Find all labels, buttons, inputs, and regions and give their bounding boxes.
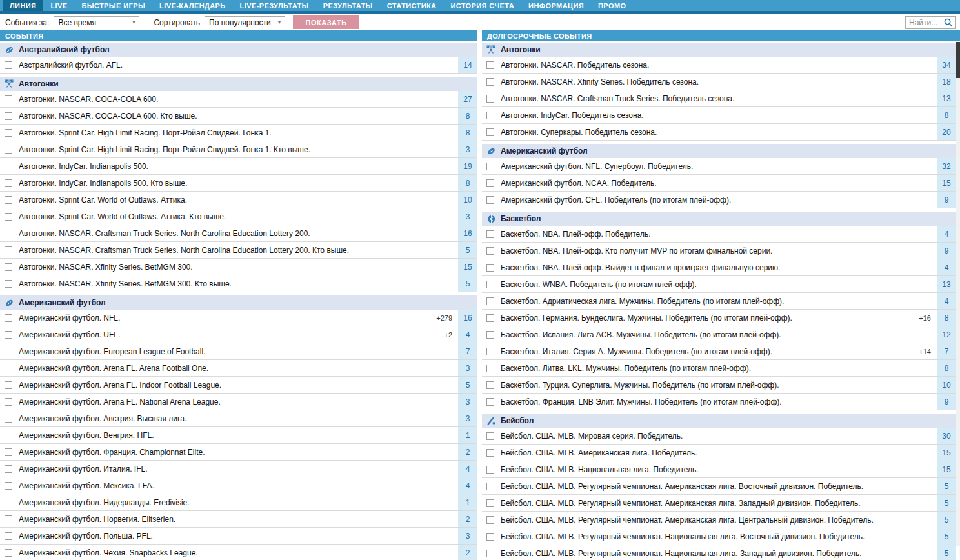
event-row[interactable]: Автогонки. NASCAR. Craftsman Truck Serie… (482, 90, 956, 107)
event-checkbox[interactable] (5, 263, 12, 271)
event-row[interactable]: Бейсбол. США. MLB. Регулярный чемпионат.… (482, 495, 956, 512)
event-row[interactable]: Американский футбол. Чехия. Snapbacks Le… (0, 545, 477, 560)
event-checkbox[interactable] (486, 95, 494, 103)
event-row[interactable]: Автогонки. IndyCar. Indianapolis 500. 19 (0, 158, 477, 175)
section-header-autoracing-long[interactable]: Автогонки (482, 43, 956, 57)
scrollbar-thumb[interactable] (956, 42, 960, 78)
event-checkbox[interactable] (486, 533, 494, 541)
event-checkbox[interactable] (5, 314, 12, 322)
event-row[interactable]: Американский футбол. NFL. +279 16 (0, 310, 477, 326)
event-row[interactable]: Бейсбол. США. MLB. Американская лига. По… (482, 445, 956, 461)
nav-tab-live-results[interactable]: LIVE-РЕЗУЛЬТАТЫ (233, 0, 316, 11)
event-row[interactable]: Баскетбол. Адриатическая лига. Мужчины. … (482, 293, 956, 310)
section-header-autoracing[interactable]: Автогонки (0, 77, 477, 91)
event-row[interactable]: Американский футбол. Польша. PFL. 3 (0, 528, 477, 545)
event-row[interactable]: Автогонки. NASCAR. Xfinity Series. BetMG… (0, 259, 477, 275)
event-row[interactable]: Американский футбол. Франция. Championna… (0, 444, 477, 461)
event-checkbox[interactable] (5, 146, 12, 154)
nav-tab-line[interactable]: ЛИНИЯ (3, 0, 43, 11)
event-row[interactable]: Американский футбол. NFL. Супербоул. Поб… (482, 158, 956, 175)
event-checkbox[interactable] (486, 432, 494, 440)
event-checkbox[interactable] (486, 297, 494, 305)
event-checkbox[interactable] (486, 264, 494, 272)
event-row[interactable]: Автогонки. Sprint Car. World of Outlaws.… (0, 208, 477, 225)
event-checkbox[interactable] (486, 230, 494, 238)
event-row[interactable]: Автогонки. NASCAR. Craftsman Truck Serie… (0, 242, 477, 259)
section-header-baseball-long[interactable]: Бейсбол (482, 414, 956, 428)
event-checkbox[interactable] (486, 163, 494, 170)
nav-tab-account-history[interactable]: ИСТОРИЯ СЧЕТА (443, 0, 521, 11)
event-checkbox[interactable] (486, 112, 494, 119)
event-checkbox[interactable] (5, 448, 12, 456)
show-button[interactable]: ПОКАЗАТЬ (293, 15, 359, 29)
nav-tab-fast-games[interactable]: БЫСТРЫЕ ИГРЫ (74, 0, 152, 11)
section-header-american-football[interactable]: Американский футбол (0, 295, 477, 310)
event-checkbox[interactable] (486, 331, 494, 339)
section-header-basketball-long[interactable]: Баскетбол (482, 212, 956, 226)
event-checkbox[interactable] (5, 348, 12, 355)
period-select[interactable]: Все время ▾ (54, 16, 139, 28)
event-row[interactable]: Американский футбол. Норвегия. Elitserie… (0, 511, 477, 528)
event-row[interactable]: Баскетбол. Испания. Лига ACB. Мужчины. П… (482, 326, 956, 343)
nav-tab-results[interactable]: РЕЗУЛЬТАТЫ (316, 0, 380, 11)
event-checkbox[interactable] (486, 365, 494, 372)
scrollbar[interactable] (956, 41, 960, 546)
event-row[interactable]: Американский футбол. Нидерланды. Eredivi… (0, 494, 477, 511)
event-checkbox[interactable] (5, 398, 12, 406)
nav-tab-live-calendar[interactable]: LIVE-КАЛЕНДАРЬ (152, 0, 233, 11)
nav-tab-statistics[interactable]: СТАТИСТИКА (380, 0, 444, 11)
event-checkbox[interactable] (486, 281, 494, 288)
event-row[interactable]: Баскетбол. Турция. Суперлига. Мужчины. П… (482, 377, 956, 394)
event-checkbox[interactable] (5, 163, 12, 170)
event-checkbox[interactable] (5, 179, 12, 187)
event-checkbox[interactable] (486, 466, 494, 474)
event-checkbox[interactable] (486, 550, 494, 557)
event-row[interactable]: Бейсбол. США. MLB. Регулярный чемпионат.… (482, 478, 956, 495)
event-row[interactable]: Баскетбол. Германия. Бундеслига. Мужчины… (482, 310, 956, 326)
event-checkbox[interactable] (5, 331, 12, 339)
sort-select[interactable]: По популярности ▾ (205, 16, 285, 28)
event-row[interactable]: Бейсбол. США. MLB. Регулярный чемпионат.… (482, 528, 956, 545)
event-row[interactable]: Автогонки. Суперкары. Победитель сезона.… (482, 124, 956, 141)
event-row[interactable]: Баскетбол. NBA. Плей-офф. Кто получит MV… (482, 243, 956, 259)
event-checkbox[interactable] (5, 280, 12, 288)
event-checkbox[interactable] (486, 196, 494, 204)
event-row[interactable]: Бейсбол. США. MLB. Регулярный чемпионат.… (482, 512, 956, 528)
event-row[interactable]: Американский футбол. Австрия. Высшая лиг… (0, 410, 477, 427)
event-checkbox[interactable] (486, 179, 494, 187)
event-row[interactable]: Американский футбол. UFL. +2 4 (0, 326, 477, 343)
search-input[interactable] (906, 17, 941, 28)
event-row[interactable]: Автогонки. Sprint Car. High Limit Racing… (0, 125, 477, 141)
event-row[interactable]: Автогонки. IndyCar. Indianapolis 500. Кт… (0, 175, 477, 192)
event-checkbox[interactable] (5, 95, 12, 103)
event-row[interactable]: Автогонки. NASCAR. Победитель сезона. 34 (482, 57, 956, 74)
event-row[interactable]: Американский футбол. Венгрия. HFL. 1 (0, 427, 477, 444)
nav-tab-live[interactable]: LIVE (43, 0, 74, 11)
event-row[interactable]: Американский футбол. European League of … (0, 343, 477, 360)
event-checkbox[interactable] (486, 449, 494, 457)
event-checkbox[interactable] (5, 365, 12, 372)
event-checkbox[interactable] (486, 398, 494, 406)
event-row[interactable]: Американский футбол. CFL. Победитель (по… (482, 192, 956, 208)
event-checkbox[interactable] (5, 246, 12, 254)
event-checkbox[interactable] (5, 381, 12, 389)
event-row[interactable]: Баскетбол. Франция. LNB Элит. Мужчины. П… (482, 394, 956, 410)
event-row[interactable]: Американский футбол. Arena FL. Indoor Fo… (0, 377, 477, 394)
event-checkbox[interactable] (486, 61, 494, 69)
event-row[interactable]: Автогонки. NASCAR. Xfinity Series. Побед… (482, 74, 956, 90)
event-row[interactable]: Австралийский футбол. AFL. 14 (0, 57, 477, 74)
event-row[interactable]: Американский футбол. NCAA. Победитель. 1… (482, 175, 956, 192)
event-checkbox[interactable] (5, 230, 12, 237)
event-checkbox[interactable] (5, 415, 12, 423)
event-row[interactable]: Бейсбол. США. MLB. Регулярный чемпионат.… (482, 545, 956, 560)
nav-tab-promo[interactable]: ПРОМО (591, 0, 633, 11)
section-header-australian-football[interactable]: Австралийский футбол (0, 43, 477, 57)
event-row[interactable]: Американский футбол. Arena FL. National … (0, 394, 477, 410)
event-checkbox[interactable] (486, 128, 494, 136)
event-checkbox[interactable] (5, 213, 12, 221)
event-row[interactable]: Баскетбол. NBA. Плей-офф. Выйдет в финал… (482, 259, 956, 276)
event-checkbox[interactable] (486, 499, 494, 507)
event-row[interactable]: Автогонки. NASCAR. COCA-COLA 600. 27 (0, 91, 477, 108)
event-row[interactable]: Американский футбол. Италия. IFL. 4 (0, 461, 477, 477)
event-row[interactable]: Автогонки. NASCAR. Craftsman Truck Serie… (0, 225, 477, 242)
